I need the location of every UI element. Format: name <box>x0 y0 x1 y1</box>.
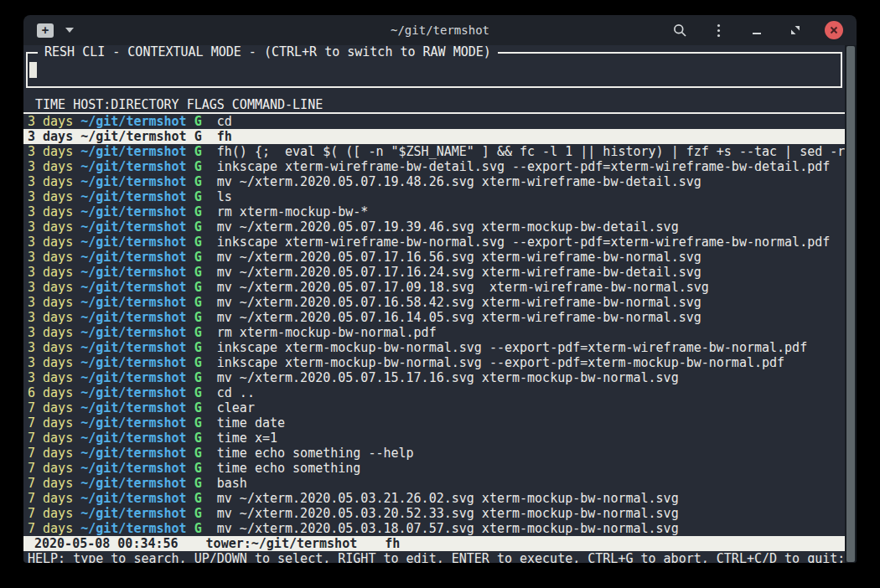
history-row[interactable]: 3 days ~/git/termshot G mv ~/xterm.2020.… <box>23 265 845 280</box>
status-command: fh <box>385 536 400 551</box>
resh-search-input[interactable]: RESH CLI - CONTEXTUAL MODE - (CTRL+R to … <box>26 52 842 88</box>
flags-cell: G <box>194 491 202 506</box>
history-row[interactable]: 7 days ~/git/termshot G mv ~/xterm.2020.… <box>23 506 845 521</box>
directory-cell: ~/git/termshot <box>80 129 186 144</box>
directory-cell: ~/git/termshot <box>80 189 186 204</box>
flags-cell: G <box>194 415 202 431</box>
history-row[interactable]: 7 days ~/git/termshot G mv ~/xterm.2020.… <box>23 491 845 506</box>
command-cell: mv ~/xterm.2020.05.07.17.16.24.svg xterm… <box>217 265 701 280</box>
tab-list-dropdown[interactable] <box>65 28 74 33</box>
search-icon <box>673 23 687 38</box>
time-cell: 7 days <box>28 446 73 461</box>
history-row[interactable]: 7 days ~/git/termshot G time echo someth… <box>23 446 845 461</box>
flags-cell: G <box>194 159 202 174</box>
flags-cell: G <box>194 431 202 446</box>
time-cell: 3 days <box>28 340 73 355</box>
history-row[interactable]: 3 days ~/git/termshot G mv ~/xterm.2020.… <box>23 174 845 189</box>
history-row[interactable]: 7 days ~/git/termshot G time date <box>23 415 845 431</box>
time-cell: 3 days <box>28 295 73 310</box>
flags-cell: G <box>194 219 202 235</box>
history-row[interactable]: 3 days ~/git/termshot G rm xterm-mockup-… <box>23 325 845 340</box>
directory-cell: ~/git/termshot <box>80 461 186 476</box>
directory-cell: ~/git/termshot <box>80 295 186 310</box>
command-cell: cd .. <box>217 385 255 400</box>
history-row[interactable]: 3 days ~/git/termshot G inkscape xterm-w… <box>23 235 845 250</box>
time-cell: 3 days <box>28 129 73 144</box>
command-cell: inkscape xterm-wireframe-bw-normal.svg -… <box>217 235 831 250</box>
search-button[interactable] <box>670 21 689 39</box>
history-row[interactable]: 3 days ~/git/termshot G fh <box>23 129 845 144</box>
command-cell: time echo something <box>217 461 361 476</box>
command-cell: mv ~/xterm.2020.05.07.17.09.18.svg xterm… <box>217 280 709 295</box>
time-cell: 7 days <box>28 476 73 491</box>
command-cell: mv ~/xterm.2020.05.03.21.26.02.svg xterm… <box>217 491 679 506</box>
command-cell: cd <box>217 114 232 129</box>
command-cell: mv ~/xterm.2020.05.07.16.14.05.svg xterm… <box>217 310 701 325</box>
time-cell: 3 days <box>28 310 73 325</box>
status-timestamp: 2020-05-08 00:34:56 <box>34 536 179 551</box>
command-cell: inkscape xterm-wireframe-bw-detail.svg -… <box>217 159 831 174</box>
time-cell: 3 days <box>28 355 73 370</box>
plus-icon: + <box>42 24 49 36</box>
history-row[interactable]: 7 days ~/git/termshot G time x=1 <box>23 431 845 446</box>
flags-cell: G <box>194 204 202 219</box>
command-cell: rm xterm-mockup-bw-* <box>217 204 369 219</box>
time-cell: 3 days <box>28 189 73 204</box>
flags-cell: G <box>194 400 202 415</box>
directory-cell: ~/git/termshot <box>80 310 186 325</box>
kebab-menu-icon <box>717 24 720 37</box>
command-cell: inkscape xterm-mockup-bw-normal.svg --ex… <box>217 340 807 355</box>
history-row[interactable]: 3 days ~/git/termshot G rm xterm-mockup-… <box>23 204 845 219</box>
flags-cell: G <box>194 385 202 400</box>
time-cell: 7 days <box>28 431 73 446</box>
minimize-icon <box>753 33 761 34</box>
time-cell: 3 days <box>28 370 73 385</box>
history-row[interactable]: 3 days ~/git/termshot G inkscape xterm-w… <box>23 159 845 174</box>
command-cell: time x=1 <box>217 431 277 446</box>
history-row[interactable]: 3 days ~/git/termshot G inkscape xterm-m… <box>23 355 845 370</box>
history-row[interactable]: 3 days ~/git/termshot G mv ~/xterm.2020.… <box>23 310 845 325</box>
history-row[interactable]: 3 days ~/git/termshot G inkscape xterm-m… <box>23 340 845 355</box>
history-row[interactable]: 7 days ~/git/termshot G mv ~/xterm.2020.… <box>23 521 845 536</box>
new-tab-button[interactable]: + <box>37 23 54 38</box>
history-row[interactable]: 7 days ~/git/termshot G bash <box>23 476 845 491</box>
menu-button[interactable] <box>709 21 727 39</box>
command-cell: mv ~/xterm.2020.05.03.20.52.33.svg xterm… <box>217 506 679 521</box>
restore-button[interactable] <box>786 21 805 39</box>
history-row[interactable]: 3 days ~/git/termshot G mv ~/xterm.2020.… <box>23 280 845 295</box>
history-row[interactable]: 3 days ~/git/termshot G mv ~/xterm.2020.… <box>23 250 845 265</box>
flags-cell: G <box>194 129 202 144</box>
time-cell: 7 days <box>28 400 73 415</box>
text-cursor <box>29 62 37 78</box>
directory-cell: ~/git/termshot <box>80 280 186 295</box>
history-row[interactable]: 3 days ~/git/termshot G mv ~/xterm.2020.… <box>23 219 845 235</box>
directory-cell: ~/git/termshot <box>80 340 186 355</box>
time-cell: 7 days <box>28 491 73 506</box>
close-icon <box>830 26 838 34</box>
history-row[interactable]: 3 days ~/git/termshot G cd <box>23 114 845 129</box>
history-row[interactable]: 3 days ~/git/termshot G ls <box>23 189 845 204</box>
history-row[interactable]: 7 days ~/git/termshot G time echo someth… <box>23 461 845 476</box>
status-host-directory: tower:~/git/termshot <box>206 536 358 551</box>
directory-cell: ~/git/termshot <box>80 385 186 400</box>
flags-cell: G <box>194 280 202 295</box>
command-cell: mv ~/xterm.2020.05.07.19.39.46.svg xterm… <box>217 219 679 235</box>
time-cell: 3 days <box>28 280 73 295</box>
flags-cell: G <box>194 461 202 476</box>
history-row[interactable]: 7 days ~/git/termshot G clear <box>23 400 845 415</box>
time-cell: 3 days <box>28 250 73 265</box>
history-row[interactable]: 6 days ~/git/termshot G cd .. <box>23 385 845 400</box>
directory-cell: ~/git/termshot <box>80 114 186 129</box>
close-button[interactable] <box>825 21 843 39</box>
time-cell: 7 days <box>28 461 73 476</box>
time-cell: 3 days <box>28 159 73 174</box>
status-bar: 2020-05-08 00:34:56tower:~/git/termshotf… <box>23 536 845 551</box>
history-row[interactable]: 3 days ~/git/termshot G mv ~/xterm.2020.… <box>23 370 845 385</box>
history-row[interactable]: 3 days ~/git/termshot G fh() {; eval $( … <box>23 144 845 159</box>
history-row[interactable]: 3 days ~/git/termshot G mv ~/xterm.2020.… <box>23 295 845 310</box>
directory-cell: ~/git/termshot <box>80 521 186 536</box>
scrollbar-thumb[interactable] <box>846 46 855 562</box>
terminal: RESH CLI - CONTEXTUAL MODE - (CTRL+R to … <box>23 45 857 563</box>
search-box-label: RESH CLI - CONTEXTUAL MODE - (CTRL+R to … <box>38 45 498 59</box>
minimize-button[interactable] <box>748 21 766 39</box>
